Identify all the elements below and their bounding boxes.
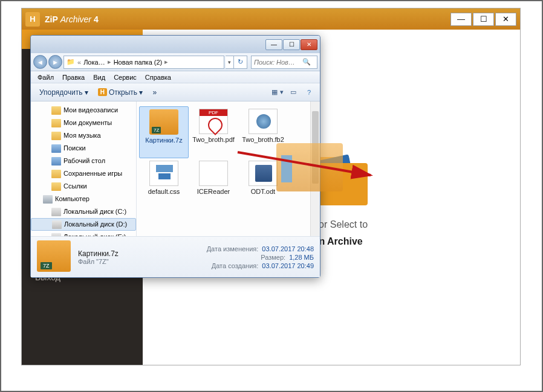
comp-icon (43, 195, 53, 204)
file-label: default.css (148, 188, 180, 196)
tree-item-2[interactable]: Моя музыка (31, 129, 136, 142)
tree-item-0[interactable]: Мои видеозаписи (31, 104, 136, 117)
explorer-menubar: Файл Правка Вид Сервис Справка (31, 71, 320, 83)
details-created-label: Дата создания: (212, 262, 259, 269)
file-list[interactable]: Картинки.7zTwo_broth.pdfTwo_broth.fb2def… (137, 101, 320, 236)
file-label: Картинки.7z (145, 137, 182, 144)
close-button[interactable]: ✕ (495, 13, 516, 26)
preview-pane-button[interactable]: ▭ (286, 86, 301, 99)
file-item-3[interactable]: default.css (139, 158, 189, 210)
file-pdf-icon (199, 109, 228, 134)
view-mode-button[interactable]: ▦ ▾ (270, 86, 285, 99)
file-label: Two_broth.fb2 (242, 136, 284, 144)
file-label: ICEReader (197, 188, 230, 196)
explorer-titlebar[interactable]: — ☐ ✕ (31, 36, 320, 53)
details-size-value: 1,28 МБ (289, 254, 314, 261)
tree-item-label: Сохраненные игры (63, 169, 122, 179)
open-label: Открыть ▾ (109, 88, 143, 97)
tree-item-4[interactable]: Рабочий стол (31, 155, 136, 167)
folder-icon (51, 182, 61, 191)
tree-item-9[interactable]: Локальный диск (D:) (31, 218, 136, 231)
tree-item-label: Локальный диск (D:) (64, 219, 127, 230)
folder-icon (51, 106, 61, 115)
explorer-close-button[interactable]: ✕ (301, 39, 317, 50)
files-scrollbar[interactable] (310, 101, 320, 236)
search-icon: 🔍 (302, 58, 311, 66)
crumb-0[interactable]: Лока… (81, 59, 108, 66)
blue-icon (51, 144, 61, 153)
folder-icon (51, 132, 61, 140)
explorer-toolbar: Упорядочить ▾ H Открыть ▾ » ▦ ▾ ▭ ? (31, 83, 320, 101)
tree-item-label: Рабочий стол (63, 156, 105, 166)
tree-item-label: Ссылки (63, 181, 87, 191)
maximize-button[interactable]: ☐ (473, 13, 494, 26)
file-item-1[interactable]: Two_broth.pdf (189, 106, 238, 158)
details-modified-value: 03.07.2017 20:48 (262, 245, 314, 252)
file-doc-icon (199, 161, 228, 186)
help-button[interactable]: ? (302, 86, 316, 99)
file-item-4[interactable]: ICEReader (189, 158, 238, 210)
file-item-0[interactable]: Картинки.7z (139, 106, 189, 158)
tree-item-label: Локальный диск (C:) (63, 207, 126, 217)
menu-help[interactable]: Справка (141, 74, 175, 81)
tree-item-5[interactable]: Сохраненные игры (31, 167, 136, 180)
menu-file[interactable]: Файл (33, 74, 58, 81)
zip-logo-icon: H (25, 12, 40, 27)
search-input[interactable] (254, 59, 302, 66)
menu-edit[interactable]: Правка (58, 74, 89, 81)
refresh-button[interactable]: ↻ (234, 56, 247, 69)
blue-icon (51, 157, 61, 165)
explorer-navbar: ◄ ► 📁 « Лока… ▸ Новая папка (2) ▸ ▾ ↻ 🔍 (31, 53, 320, 71)
tree-item-10[interactable]: Локальный диск (E:) (31, 231, 136, 236)
crumb-1[interactable]: Новая папка (2) (111, 59, 165, 66)
organize-button[interactable]: Упорядочить ▾ (34, 86, 93, 98)
hamster-icon: H (98, 88, 107, 96)
details-pane: Картинки.7z Файл "7Z" Дата изменения: 03… (31, 236, 320, 277)
breadcrumb-dropdown-button[interactable]: ▾ (226, 56, 234, 69)
folder-icon (51, 119, 61, 127)
minimize-button[interactable]: — (450, 13, 472, 26)
tree-item-6[interactable]: Ссылки (31, 180, 136, 193)
nav-forward-button[interactable]: ► (48, 55, 62, 69)
toolbar-more-button[interactable]: » (148, 86, 161, 98)
tree-item-8[interactable]: Локальный диск (C:) (31, 205, 136, 218)
file-label: ODT.odt (251, 188, 275, 196)
folder-icon (51, 170, 61, 178)
explorer-minimize-button[interactable]: — (265, 39, 282, 50)
folder-tree[interactable]: Мои видеозаписиМои документыМоя музыкаПо… (31, 101, 137, 236)
menu-tools[interactable]: Сервис (109, 74, 141, 81)
file-item-5[interactable]: ODT.odt (238, 158, 288, 210)
file-css-icon (149, 161, 178, 186)
scrollbar-thumb[interactable] (312, 111, 319, 184)
tree-item-label: Локальный диск (E:) (63, 232, 126, 236)
details-filename: Картинки.7z (78, 249, 119, 258)
folder-icon: 📁 (67, 58, 75, 66)
tree-item-3[interactable]: Поиски (31, 142, 136, 155)
file-label: Two_broth.pdf (192, 136, 235, 144)
zip-titlebar[interactable]: H ZiP Archiver 4 — ☐ ✕ (22, 8, 520, 30)
details-created-value: 03.07.2017 20:49 (262, 262, 314, 269)
details-filetype: Файл "7Z" (78, 258, 119, 265)
disk-icon (52, 220, 62, 229)
explorer-maximize-button[interactable]: ☐ (283, 39, 300, 50)
tree-item-label: Мои видеозаписи (63, 105, 118, 115)
file-fb2-icon (249, 109, 278, 134)
nav-back-button[interactable]: ◄ (33, 55, 47, 69)
tree-item-label: Поиски (63, 143, 86, 153)
zip-title: ZiP Archiver 4 (45, 14, 450, 24)
open-button[interactable]: H Открыть ▾ (93, 86, 148, 98)
tree-item-1[interactable]: Мои документы (31, 117, 136, 129)
disk-icon (51, 208, 61, 216)
explorer-window: — ☐ ✕ ◄ ► 📁 « Лока… ▸ Новая папка (2) ▸ … (30, 35, 320, 278)
tree-item-7[interactable]: Компьютер (31, 193, 136, 205)
tree-item-label: Компьютер (55, 194, 89, 204)
menu-view[interactable]: Вид (89, 74, 109, 81)
disk-icon (51, 233, 61, 237)
details-size-label: Размер: (261, 254, 285, 261)
details-modified-label: Дата изменения: (207, 245, 259, 252)
details-thumbnail-icon (37, 240, 71, 272)
breadcrumb[interactable]: 📁 « Лока… ▸ Новая папка (2) ▸ (63, 56, 224, 69)
file-7z-icon (149, 109, 178, 135)
search-box[interactable]: 🔍 (251, 56, 317, 69)
file-item-2[interactable]: Two_broth.fb2 (238, 106, 288, 158)
